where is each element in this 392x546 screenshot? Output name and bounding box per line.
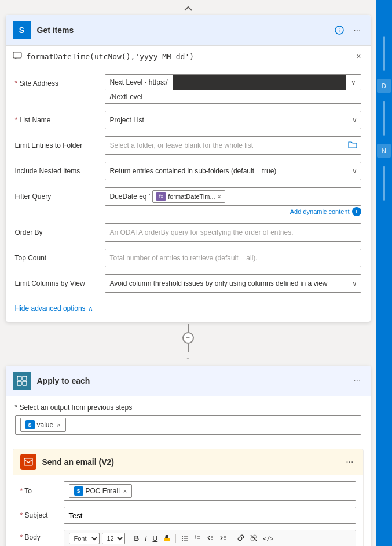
order-by-input[interactable]: An ODATA orderBy query for specifying th… (105, 223, 361, 242)
order-by-label: Order By (15, 223, 99, 238)
subject-row: Subject Test (20, 507, 356, 524)
connector-plus-circle[interactable]: + (182, 332, 194, 344)
svg-marker-9 (165, 535, 168, 538)
connector-line-top (188, 324, 189, 332)
formula-close-button[interactable]: × (354, 50, 363, 62)
include-nested-row: Include Nested Items Return entries cont… (15, 162, 361, 180)
order-by-control: An ODATA orderBy query for specifying th… (105, 223, 361, 242)
italic-button[interactable]: I (143, 533, 148, 544)
site-address-prefix: Next Level - https:/ (105, 75, 173, 90)
svg-point-14 (182, 540, 183, 541)
limit-columns-input[interactable]: Avoid column threshold issues by only us… (105, 274, 361, 293)
body-toolbar: Font 12 B I U (64, 530, 356, 546)
send-email-more-button[interactable]: ··· (343, 456, 356, 468)
to-row: To S POC Email × (20, 481, 356, 501)
dynamic-plus-icon[interactable]: + (352, 207, 361, 216)
formula-chat-icon (13, 52, 22, 61)
site-address-label: Site Address (15, 74, 99, 89)
svg-rect-8 (164, 538, 170, 541)
info-button[interactable]: i (332, 24, 346, 36)
sidebar-bar-1 (383, 36, 385, 71)
limit-columns-control: Avoid column threshold issues by only us… (105, 274, 361, 293)
filter-query-control: DueDate eq ' fx formatDateTim... × Add d… (105, 187, 361, 216)
limit-columns-label: Limit Columns by View (15, 274, 99, 289)
limit-entries-input[interactable]: Select a folder, or leave blank for the … (105, 136, 361, 155)
list-name-row: List Name Project List ∨ (15, 111, 361, 129)
apply-to-each-title: Apply to each (37, 376, 346, 385)
svg-rect-3 (17, 376, 21, 380)
ul-button[interactable] (179, 533, 190, 544)
formula-bar: formatDateTime(utcNow(),'yyyy-MM-dd') × (6, 46, 371, 67)
select-output-section: * Select an output from previous steps S… (6, 396, 371, 442)
poc-email-label: POC Email (86, 487, 120, 495)
indent-inc-button[interactable] (218, 533, 228, 544)
formula-chip-icon: fx (156, 192, 166, 201)
svg-rect-5 (17, 381, 21, 385)
hide-advanced-arrow: ∧ (88, 304, 93, 312)
apply-to-each-icon (13, 372, 31, 390)
card-actions: i ··· (332, 24, 363, 37)
select-output-field[interactable]: S value × (15, 415, 361, 435)
subject-field[interactable]: Test (64, 507, 356, 524)
dynamic-content-row: Add dynamic content + (105, 207, 361, 216)
connector: + ↓ (182, 322, 194, 363)
top-count-input[interactable]: Total number of entries to retrieve (def… (105, 249, 361, 267)
underline-button[interactable]: U (151, 533, 160, 544)
poc-email-close[interactable]: × (123, 487, 127, 494)
indent-dec-button[interactable] (205, 533, 215, 544)
site-address-input[interactable]: Next Level - https:/ ∨ (105, 74, 361, 90)
font-select[interactable]: Font (69, 533, 100, 544)
dynamic-content-link[interactable]: Add dynamic content (290, 208, 350, 215)
filter-query-text: DueDate eq ' (110, 192, 151, 201)
svg-point-10 (182, 536, 183, 537)
apply-more-options-button[interactable]: ··· (351, 374, 363, 387)
include-nested-control: Return entries contained in sub-folders … (105, 162, 361, 180)
filter-query-label: Filter Query (15, 187, 99, 202)
sidebar-bar-2 (383, 101, 385, 136)
order-by-placeholder: An ODATA orderBy query for specifying th… (110, 228, 294, 236)
site-address-dropdown[interactable]: ∨ (346, 75, 361, 90)
limit-columns-arrow: ∨ (352, 279, 357, 287)
email-form: To S POC Email × Subject Test (13, 475, 363, 546)
poc-email-chip: S POC Email × (69, 484, 133, 498)
link-button[interactable] (236, 533, 246, 544)
font-size-select[interactable]: 12 (102, 533, 125, 544)
bold-button[interactable]: B (133, 533, 141, 544)
right-sidebar: D N (376, 0, 392, 546)
include-nested-arrow: ∨ (352, 167, 357, 175)
site-address-row: Site Address Next Level - https:/ ∨ /Nex… (15, 74, 361, 104)
apply-to-each-header: Apply to each ··· (6, 366, 371, 396)
value-chip-close[interactable]: × (57, 421, 60, 428)
highlight-button[interactable] (162, 533, 172, 544)
hide-advanced-button[interactable]: Hide advanced options ∧ (15, 300, 361, 315)
svg-rect-7 (24, 458, 32, 465)
unlink-button[interactable] (248, 533, 259, 544)
body-row: Body Font 12 B I U (20, 530, 356, 546)
svg-text:i: i (339, 27, 340, 34)
svg-rect-4 (23, 376, 27, 380)
formula-text: formatDateTime(utcNow(),'yyyy-MM-dd') (27, 52, 195, 61)
sidebar-item-1[interactable]: D (377, 79, 391, 93)
list-name-control: Project List ∨ (105, 111, 361, 129)
sidebar-item-2[interactable]: N (377, 144, 391, 158)
body-label: Body (20, 530, 58, 541)
svg-text:2.: 2. (195, 537, 196, 540)
ol-button[interactable]: 1.2. (192, 533, 203, 544)
code-button[interactable]: </> (261, 534, 275, 543)
get-items-card: S Get items i ··· formatDateTime(utcNow(… (6, 15, 371, 322)
top-chevron[interactable] (182, 6, 194, 12)
limit-entries-control: Select a folder, or leave blank for the … (105, 136, 361, 155)
toolbar-sep-3 (232, 534, 232, 543)
list-name-input[interactable]: Project List ∨ (105, 111, 361, 129)
more-options-button[interactable]: ··· (351, 24, 363, 37)
limit-entries-placeholder: Select a folder, or leave blank for the … (110, 141, 253, 150)
connector-line-bottom (188, 344, 189, 352)
filter-query-input[interactable]: DueDate eq ' fx formatDateTim... × (105, 187, 361, 206)
limit-entries-row: Limit Entries to Folder Select a folder,… (15, 136, 361, 155)
include-nested-input[interactable]: Return entries contained in sub-folders … (105, 162, 361, 180)
top-count-row: Top Count Total number of entries to ret… (15, 249, 361, 267)
poc-email-icon: S (74, 486, 83, 496)
formula-chip-close[interactable]: × (218, 194, 221, 200)
to-field[interactable]: S POC Email × (64, 481, 356, 501)
folder-icon (348, 141, 357, 150)
